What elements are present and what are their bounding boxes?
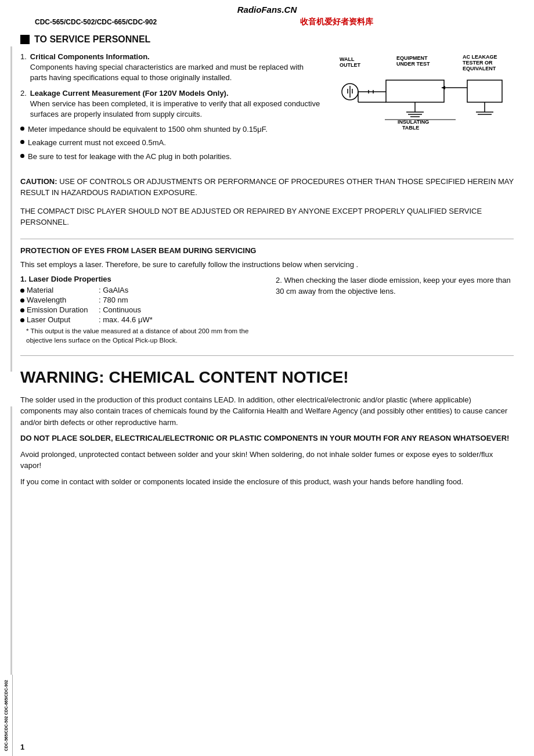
laser-label-1: Material: [27, 286, 96, 294]
item-body-1: Components having special characteristic…: [30, 63, 304, 82]
svg-text:WALL: WALL: [340, 56, 355, 62]
laser-label-2: Wavelength: [27, 296, 96, 304]
diagram-svg: WALL OUTLET EQUIPMENT UNDER TEST AC LEAK…: [334, 54, 508, 138]
header-title: RadioFans.CN: [0, 5, 534, 15]
circuit-diagram: WALL OUTLET EQUIPMENT UNDER TEST AC LEAK…: [334, 52, 514, 142]
section-divider: [20, 239, 514, 239]
laser-bullet-4: [20, 318, 24, 322]
svg-text:TESTER OR: TESTER OR: [463, 60, 493, 66]
bullet-dot-1: [20, 127, 24, 131]
item-body-2: When service has been completed, it is i…: [30, 99, 320, 118]
header: RadioFans.CN CDC-565/CDC-502/CDC-665/CDC…: [0, 0, 534, 28]
service-numbered-list: 1. Critical Components Information. Comp…: [20, 52, 322, 120]
check-note: 2. When checking the laser diode emissio…: [276, 275, 514, 297]
service-heading: TO SERVICE PERSONNEL: [20, 34, 514, 45]
warning-heading: WARNING: CHEMICAL CONTENT NOTICE!: [20, 368, 514, 387]
service-layout: 1. Critical Components Information. Comp…: [20, 52, 514, 167]
sidebar-label: CDC-565/CDC-502 CDC-665/CDC-902: [4, 680, 8, 751]
caution-label: CAUTION:: [20, 177, 57, 186]
laser-value-2: : 780 nm: [99, 296, 128, 304]
laser-prop-emission: Emission Duration : Continuous: [20, 305, 258, 314]
service-left-col: 1. Critical Components Information. Comp…: [20, 52, 322, 167]
protection-section: PROTECTION OF EYES FROM LASER BEAM DURIN…: [20, 246, 514, 345]
laser-prop-material: Material : GaAlAs: [20, 286, 258, 294]
svg-text:EQUIVALENT: EQUIVALENT: [463, 66, 496, 71]
item-number-1: 1.: [20, 52, 27, 84]
laser-output-note: * This output is the value measured at a…: [26, 326, 258, 345]
protection-intro: This set employs a laser. Therefore, be …: [20, 260, 514, 270]
item-text-1: Critical Components Information. Compone…: [30, 52, 322, 84]
bullet-dot-3: [20, 154, 24, 158]
laser-prop-output: Laser Output : max. 44.6 μW*: [20, 315, 258, 324]
bullet-item-1: Meter impedance should be equivalent to …: [20, 124, 322, 135]
service-item-2: 2. Leakage Current Measurement (For 120V…: [20, 88, 322, 120]
left-bar-decoration: [10, 46, 12, 372]
page-number: 1: [20, 743, 24, 751]
laser-bullet-1: [20, 289, 24, 293]
item-text-2: Leakage Current Measurement (For 120V Mo…: [30, 88, 322, 120]
bottom-sidebar: CDC-565/CDC-502 CDC-665/CDC-902: [0, 675, 13, 756]
heading-square-icon: [20, 35, 30, 44]
service-right-col: WALL OUTLET EQUIPMENT UNDER TEST AC LEAK…: [334, 52, 514, 167]
warning-para-2: DO NOT PLACE SOLDER, ELECTRICAL/ELECTRON…: [20, 433, 514, 444]
protection-layout: 1. Laser Diode Properties Material : GaA…: [20, 275, 514, 345]
laser-bullet-2: [20, 298, 24, 303]
svg-text:TABLE: TABLE: [402, 125, 419, 131]
main-content: TO SERVICE PERSONNEL 1. Critical Compone…: [0, 28, 534, 498]
laser-label-3: Emission Duration: [27, 305, 96, 314]
bullet-item-2: Leakage current must not exceed 0.5mA.: [20, 138, 322, 148]
bullet-item-3: Be sure to test for leakage with the AC …: [20, 152, 322, 162]
caution-text: USE OF CONTROLS OR ADJUSTMENTS OR PERFOR…: [20, 177, 514, 197]
svg-text:EQUIPMENT: EQUIPMENT: [396, 55, 428, 61]
service-heading-text: TO SERVICE PERSONNEL: [34, 34, 150, 45]
notice-block: THE COMPACT DISC PLAYER SHOULD NOT BE AD…: [20, 206, 514, 228]
laser-value-4: : max. 44.6 μW*: [99, 315, 153, 324]
item-number-2: 2.: [20, 88, 27, 120]
caution-block: CAUTION: USE OF CONTROLS OR ADJUSTMENTS …: [20, 176, 514, 199]
svg-text:OUTLET: OUTLET: [340, 62, 360, 68]
notice-text: THE COMPACT DISC PLAYER SHOULD NOT BE AD…: [20, 207, 482, 227]
header-subtitle: 收音机爱好者资料库: [157, 17, 517, 27]
service-section: TO SERVICE PERSONNEL 1. Critical Compone…: [20, 34, 514, 167]
svg-text:AC LEAKAGE: AC LEAKAGE: [463, 54, 497, 60]
warning-section: WARNING: CHEMICAL CONTENT NOTICE! The so…: [20, 368, 514, 487]
bullet-dot-2: [20, 140, 24, 144]
laser-value-3: : Continuous: [99, 305, 141, 314]
svg-rect-17: [467, 80, 502, 102]
page: RadioFans.CN CDC-565/CDC-502/CDC-665/CDC…: [0, 0, 534, 756]
laser-properties-list: Material : GaAlAs Wavelength : 780 nm Em…: [20, 286, 258, 324]
section-divider-2: [20, 355, 514, 356]
left-bar-decoration-2: [10, 406, 12, 697]
warning-para-4: If you come in contact with solder or co…: [20, 476, 514, 488]
laser-label-4: Laser Output: [27, 315, 96, 324]
protection-right-col: 2. When checking the laser diode emissio…: [276, 275, 514, 345]
service-bullet-list: Meter impedance should be equivalent to …: [20, 124, 322, 162]
warning-para-1: The solder used in the production of thi…: [20, 394, 514, 429]
item-title-2: Leakage Current Measurement (For 120V Mo…: [30, 89, 229, 98]
bullet-text-3: Be sure to test for leakage with the AC …: [28, 152, 232, 162]
protection-left-col: 1. Laser Diode Properties Material : GaA…: [20, 275, 258, 345]
item-title-1: Critical Components Information.: [30, 52, 150, 61]
laser-props-heading: 1. Laser Diode Properties: [20, 275, 258, 283]
laser-prop-wavelength: Wavelength : 780 nm: [20, 296, 258, 304]
warning-para-3: Avoid prolonged, unprotected contact bet…: [20, 449, 514, 471]
svg-marker-16: [441, 86, 445, 89]
laser-value-1: : GaAlAs: [99, 286, 128, 294]
svg-rect-14: [386, 80, 444, 102]
service-item-1: 1. Critical Components Information. Comp…: [20, 52, 322, 84]
protection-heading: PROTECTION OF EYES FROM LASER BEAM DURIN…: [20, 246, 514, 255]
model-number: CDC-565/CDC-502/CDC-665/CDC-902: [17, 18, 157, 26]
bullet-text-1: Meter impedance should be equivalent to …: [28, 124, 268, 135]
svg-text:UNDER TEST: UNDER TEST: [396, 61, 430, 67]
laser-bullet-3: [20, 308, 24, 312]
bullet-text-2: Leakage current must not exceed 0.5mA.: [28, 138, 166, 148]
